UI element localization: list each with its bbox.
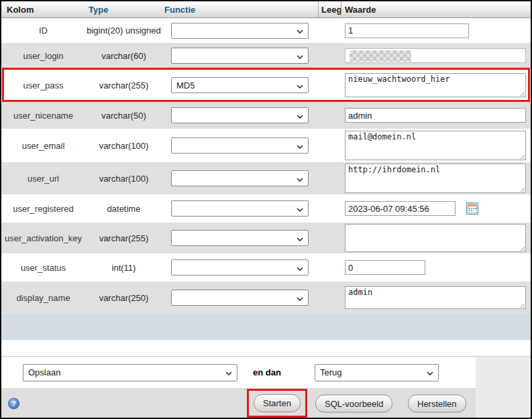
table-header: Kolom Type Functie Leeg Waarde bbox=[1, 1, 531, 18]
row-user-email: user_email varchar(100) mail@domein.nl bbox=[1, 129, 531, 162]
row-user-url: user_url varchar(100) http://ihrdomein.n… bbox=[1, 162, 531, 194]
row-user-activation-key: user_activation_key varchar(255) bbox=[1, 223, 531, 253]
chevron-down-icon bbox=[297, 293, 303, 303]
phpmyadmin-edit-row-page: Kolom Type Functie Leeg Waarde ID bigint… bbox=[0, 0, 532, 419]
value-input[interactable]: admin bbox=[345, 108, 526, 123]
go-button[interactable]: Starten bbox=[254, 394, 301, 412]
field-type: varchar(255) bbox=[85, 233, 162, 243]
function-select[interactable] bbox=[171, 230, 309, 246]
function-select[interactable] bbox=[171, 23, 309, 39]
calendar-icon[interactable] bbox=[466, 202, 478, 215]
field-name: user_login bbox=[1, 51, 85, 61]
table-footer-band bbox=[1, 314, 531, 340]
function-select[interactable] bbox=[171, 107, 309, 123]
field-name: user_nicename bbox=[1, 111, 85, 121]
value-textarea[interactable]: admin bbox=[345, 286, 526, 309]
function-select[interactable] bbox=[171, 48, 309, 64]
sql-preview-button[interactable]: SQL-voorbeeld bbox=[315, 394, 392, 412]
and-then-label: en dan bbox=[253, 367, 281, 377]
header-leeg: Leeg bbox=[318, 1, 341, 17]
value-textarea[interactable]: nieuw_wachtwoord_hier bbox=[345, 73, 526, 97]
chevron-down-icon bbox=[297, 263, 303, 273]
reset-button[interactable]: Herstellen bbox=[408, 394, 466, 412]
field-type: varchar(60) bbox=[85, 51, 162, 61]
field-name: user_pass bbox=[1, 80, 85, 91]
chevron-down-icon bbox=[297, 51, 303, 61]
header-waarde: Waarde bbox=[341, 1, 531, 17]
function-select[interactable] bbox=[171, 290, 309, 306]
chevron-down-icon bbox=[427, 367, 433, 377]
field-type: datetime bbox=[85, 204, 162, 214]
value-textarea[interactable] bbox=[345, 224, 526, 252]
field-type: bigint(20) unsigned bbox=[85, 25, 162, 36]
help-icon[interactable]: ? bbox=[8, 398, 19, 409]
resize-grip-icon[interactable] bbox=[519, 186, 525, 192]
chevron-down-icon bbox=[297, 174, 303, 184]
spacer bbox=[1, 340, 531, 356]
actions-buttons-row: ? Starten SQL-voorbeeld Herstellen bbox=[1, 388, 476, 418]
chevron-down-icon bbox=[297, 204, 303, 214]
value-input[interactable]: 1 bbox=[345, 23, 469, 38]
value-input[interactable]: 0 bbox=[345, 260, 425, 275]
field-type: varchar(255) bbox=[85, 80, 162, 91]
resize-grip-icon[interactable] bbox=[519, 90, 525, 96]
row-user-status: user_status int(11) 0 bbox=[1, 253, 531, 282]
value-textarea[interactable]: mail@domein.nl bbox=[345, 131, 526, 160]
go-button-highlight-box: Starten bbox=[247, 389, 307, 418]
header-functie-link[interactable]: Functie bbox=[162, 1, 318, 17]
function-select[interactable] bbox=[171, 259, 309, 276]
chevron-down-icon bbox=[297, 141, 303, 151]
actions-panel: Opslaan en dan Terug ? Starten SQL-voorb… bbox=[1, 356, 531, 418]
field-name: display_name bbox=[1, 293, 85, 303]
row-user-pass: user_pass varchar(255) MD5 nieuw_wachtwo… bbox=[1, 68, 531, 102]
value-input[interactable] bbox=[345, 48, 526, 63]
field-type: varchar(250) bbox=[85, 293, 162, 303]
row-id: ID bigint(20) unsigned 1 bbox=[1, 18, 531, 43]
header-type-link[interactable]: Type bbox=[85, 1, 162, 17]
function-select[interactable] bbox=[171, 137, 309, 154]
field-name: user_status bbox=[1, 263, 85, 273]
after-save-select[interactable]: Terug bbox=[315, 364, 439, 381]
chevron-down-icon bbox=[297, 111, 303, 121]
header-kolom: Kolom bbox=[1, 1, 85, 17]
row-user-login: user_login varchar(60) bbox=[1, 43, 531, 68]
chevron-down-icon bbox=[225, 367, 232, 377]
field-name: user_email bbox=[1, 141, 85, 151]
row-user-registered: user_registered datetime 2023-06-07 09:4… bbox=[1, 194, 531, 223]
chevron-down-icon bbox=[297, 25, 303, 36]
function-select-md5[interactable]: MD5 bbox=[171, 77, 309, 93]
save-action-select[interactable]: Opslaan bbox=[23, 364, 237, 381]
redacted-value bbox=[350, 50, 411, 62]
field-name: ID bbox=[1, 25, 85, 36]
chevron-down-icon bbox=[297, 80, 303, 91]
field-type: varchar(100) bbox=[85, 141, 162, 151]
row-display-name: display_name varchar(250) admin bbox=[1, 282, 531, 314]
resize-grip-icon[interactable] bbox=[519, 302, 525, 308]
row-user-nicename: user_nicename varchar(50) admin bbox=[1, 102, 531, 129]
actions-selects-row: Opslaan en dan Terug bbox=[1, 357, 476, 388]
value-textarea[interactable]: http://ihrdomein.nl bbox=[345, 164, 526, 193]
chevron-down-icon bbox=[297, 233, 303, 243]
field-type: varchar(50) bbox=[85, 111, 162, 121]
field-name: user_registered bbox=[1, 204, 85, 214]
field-type: int(11) bbox=[85, 263, 162, 273]
field-name: user_url bbox=[1, 174, 85, 184]
field-type: varchar(100) bbox=[85, 174, 162, 184]
resize-grip-icon[interactable] bbox=[519, 245, 525, 251]
field-name: user_activation_key bbox=[1, 233, 85, 243]
resize-grip-icon[interactable] bbox=[519, 153, 525, 159]
value-input[interactable]: 2023-06-07 09:45:56 bbox=[345, 201, 456, 216]
function-select[interactable] bbox=[171, 170, 309, 186]
function-select[interactable] bbox=[171, 200, 309, 217]
